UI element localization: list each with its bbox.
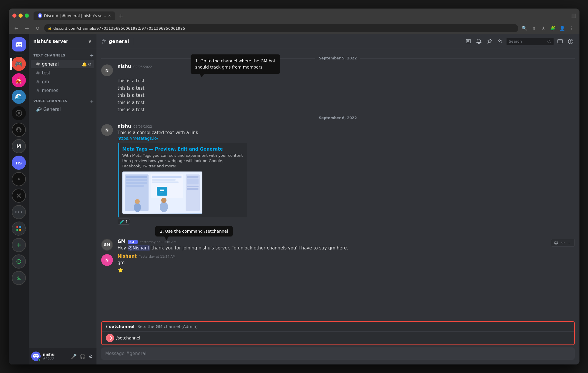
server-icon-download[interactable] [12, 271, 26, 285]
voice-channels-header[interactable]: VOICE CHANNELS + [29, 97, 96, 105]
hash-icon: # [36, 61, 40, 67]
message-timestamp-gm: Yesterday at 11:46 AM [140, 240, 176, 244]
help-icon[interactable] [567, 37, 575, 46]
server-icon-5[interactable] [12, 123, 26, 137]
zoom-icon[interactable]: 🔍 [521, 24, 529, 32]
new-tab-button[interactable]: + [116, 13, 125, 19]
address-bar[interactable]: 🔒 discord.com/channels/97703139685606198… [44, 24, 518, 32]
inbox-icon[interactable] [556, 37, 564, 46]
menu-icon[interactable]: ⋮ [568, 24, 576, 32]
server-icon-dots[interactable]: ••• [12, 205, 26, 219]
channel-name-memes: memes [42, 88, 59, 93]
server-header[interactable]: nishu's server ∨ [29, 34, 96, 49]
message-author-nishu-1[interactable]: nishu [118, 64, 131, 69]
threads-icon[interactable] [464, 37, 472, 46]
server-icon-m[interactable]: M [12, 139, 26, 153]
share-icon[interactable]: ⬆ [530, 24, 538, 32]
svg-point-3 [18, 178, 20, 180]
status-dot [38, 358, 41, 361]
reaction-button[interactable]: 🧪 1 [118, 219, 130, 225]
mic-button[interactable]: 🎤 [70, 352, 78, 360]
reply-button[interactable]: ↩ [560, 240, 566, 246]
channel-hash-icon: # [101, 38, 106, 45]
add-reaction-button[interactable]: 😊 [553, 240, 559, 246]
date-text-sept6: September 6, 2022 [319, 116, 357, 120]
notifications-icon[interactable] [475, 37, 483, 46]
user-settings-button[interactable]: ⚙ [87, 352, 94, 360]
members-icon[interactable] [496, 37, 504, 46]
active-tab[interactable]: Discord | #general | nishu's se… × [34, 11, 115, 20]
channel-sidebar: nishu's server ∨ TEXT CHANNELS + # gener… [29, 34, 96, 364]
stacked-msg-3: this is a test [96, 92, 579, 99]
channel-item-general[interactable]: # general 🔔 ⚙ [31, 60, 94, 68]
refresh-button[interactable]: ↻ [34, 24, 42, 32]
title-bar: Discord | #general | nishu's se… × + ⬛ [9, 9, 579, 23]
server-icon-dot[interactable] [12, 172, 26, 186]
link-preview-description: With Meta Tags you can edit and experime… [122, 153, 244, 169]
server-icon-x[interactable] [12, 189, 26, 203]
server-icon-add[interactable] [12, 238, 26, 252]
close-button[interactable] [12, 14, 16, 18]
message-author-nishu-2[interactable]: nishu [118, 124, 131, 129]
headphones-button[interactable]: 🎧 [79, 352, 87, 360]
svg-rect-24 [152, 181, 179, 183]
channel-item-gm[interactable]: # gm [31, 77, 94, 86]
callout-arrow-down-2 [164, 237, 169, 240]
server-icon-3[interactable]: 🌊 [12, 90, 26, 104]
extensions-icon[interactable]: 🧩 [549, 24, 557, 32]
svg-point-11 [548, 40, 550, 42]
command-popup-name: setchannel [109, 324, 134, 329]
message-group-nishant: N Nishant Yesterday at 11:54 AM gm ⭐ [96, 252, 579, 274]
svg-rect-29 [187, 186, 199, 187]
server-icon-2[interactable]: 🎪 [12, 73, 26, 87]
avatar-nishu-1: N [101, 64, 113, 76]
svg-rect-27 [187, 176, 199, 178]
link-preview-image [122, 171, 202, 214]
add-voice-channel-icon[interactable]: + [90, 98, 94, 104]
maximize-button[interactable] [25, 14, 29, 18]
messages-container[interactable]: September 5, 2022 N nishu 09/05/2022 [96, 49, 579, 319]
bookmark-icon[interactable]: ★ [539, 24, 548, 32]
forward-button[interactable]: → [23, 24, 31, 32]
message-input-box[interactable]: Message #general [101, 347, 575, 360]
message-author-nishant[interactable]: Nishant [118, 254, 137, 259]
reaction-count: 1 [126, 219, 128, 224]
add-text-channel-icon[interactable]: + [90, 53, 94, 58]
search-bar[interactable]: Search [507, 38, 554, 45]
window-maximize-icon[interactable]: ⬛ [571, 14, 576, 18]
tab-close-icon[interactable]: × [108, 14, 111, 18]
stacked-msg-2: this is a test [96, 85, 579, 92]
server-icon-1[interactable]: 🎮 [12, 57, 26, 71]
more-options-button[interactable]: ⋯ [567, 240, 573, 246]
command-row-setchannel[interactable]: /setchannel [102, 332, 574, 344]
link-preview-title[interactable]: Meta Tags — Preview, Edit and Generate [122, 146, 244, 152]
text-channels-header[interactable]: TEXT CHANNELS + [29, 51, 96, 59]
channel-list: TEXT CHANNELS + # general 🔔 ⚙ # test [29, 49, 96, 348]
back-button[interactable]: ← [12, 24, 21, 32]
notification-icon[interactable]: 🔔 [82, 62, 87, 66]
channel-item-memes[interactable]: # memes [31, 86, 94, 95]
minimize-button[interactable] [19, 14, 23, 18]
message-content-nishu-1: nishu 09/05/2022 [118, 64, 575, 76]
link-url[interactable]: https://metatags.io/ [118, 136, 575, 141]
pin-icon[interactable] [485, 37, 494, 46]
settings-icon[interactable]: ⚙ [88, 62, 92, 66]
server-icon-discord-home[interactable] [12, 37, 26, 51]
svg-rect-30 [187, 188, 199, 190]
voice-channel-general[interactable]: 🔊 General [31, 105, 94, 113]
nav-bar: ← → ↻ 🔒 discord.com/channels/97703139685… [9, 23, 579, 34]
server-icon-ns[interactable]: ns [12, 156, 26, 170]
profile-icon[interactable]: 👤 [558, 24, 567, 32]
message-header-gm: GM BOT Yesterday at 11:46 AM [118, 239, 575, 244]
server-icon-4[interactable] [12, 106, 26, 120]
svg-rect-28 [187, 179, 199, 184]
server-icon-discover[interactable] [12, 254, 26, 269]
svg-point-2 [18, 112, 20, 114]
svg-rect-22 [152, 176, 181, 178]
message-author-gm[interactable]: GM [118, 239, 126, 244]
channel-item-test[interactable]: # test [31, 69, 94, 77]
mention-nishant[interactable]: @Nishant [128, 245, 150, 251]
tab-favicon [38, 13, 42, 18]
hash-icon: # [36, 79, 40, 85]
server-icon-grid[interactable] [12, 222, 26, 236]
